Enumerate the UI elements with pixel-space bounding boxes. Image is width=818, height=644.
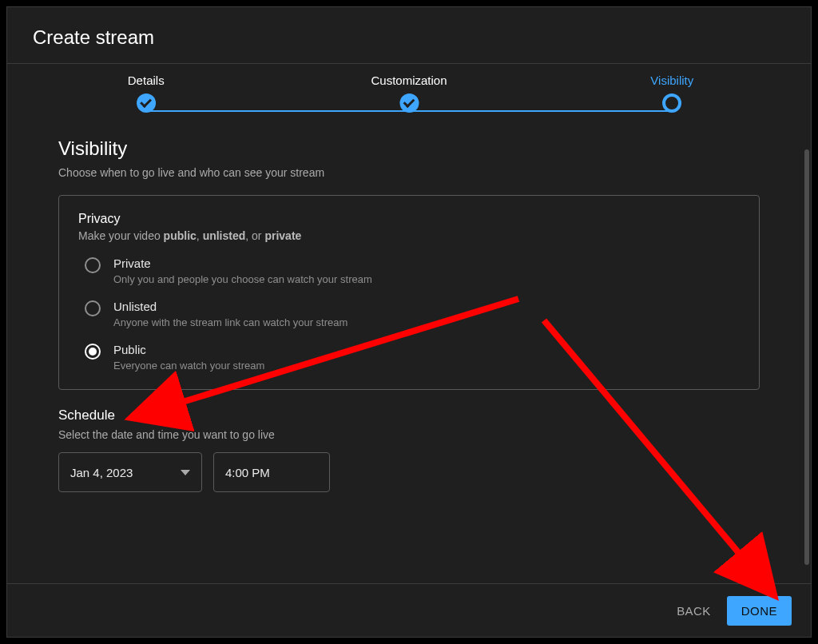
radio-icon [85,344,101,360]
schedule-subtitle: Select the date and time you want to go … [58,428,760,441]
radio-text: Private Only you and people you choose c… [113,256,372,285]
content-area: Visibility Choose when to go live and wh… [7,129,811,583]
section-subtitle: Choose when to go live and who can see y… [58,166,760,179]
radio-text: Unlisted Anyone with the stream link can… [113,300,347,328]
dialog-title: Create stream [33,26,785,49]
radio-label: Private [113,256,372,270]
text: , [197,229,203,242]
schedule-title: Schedule [58,407,760,423]
back-button[interactable]: BACK [677,604,710,618]
radio-desc: Anyone with the stream link can watch yo… [113,316,347,328]
schedule-time-value: 4:00 PM [225,466,270,479]
check-icon [137,93,156,113]
radio-desc: Everyone can watch your stream [113,360,264,372]
done-button[interactable]: DONE [727,596,792,626]
schedule-time-field[interactable]: 4:00 PM [213,452,330,492]
scrollbar-thumb[interactable] [804,149,809,565]
schedule-row: Jan 4, 2023 4:00 PM [58,452,760,492]
privacy-option-unlisted[interactable]: Unlisted Anyone with the stream link can… [85,300,740,328]
schedule-date-value: Jan 4, 2023 [70,466,133,479]
step-visibility[interactable]: Visibility [650,74,693,113]
text: public [164,229,197,242]
privacy-option-private[interactable]: Private Only you and people you choose c… [85,256,740,285]
current-step-icon [662,93,681,113]
radio-label: Unlisted [113,300,347,313]
chevron-down-icon [181,470,190,475]
privacy-option-public[interactable]: Public Everyone can watch your stream [85,343,740,372]
stepper: Details Customization Visibility [135,74,683,129]
step-customization[interactable]: Customization [371,74,447,113]
text: unlisted [203,229,246,242]
text: Make your video [78,229,164,242]
step-details[interactable]: Details [128,74,165,113]
step-label: Details [128,74,165,87]
privacy-subtitle: Make your video public, unlisted, or pri… [78,229,740,242]
check-icon [399,93,419,113]
step-label: Customization [371,74,447,87]
create-stream-dialog: Create stream Details Customization Visi… [6,6,812,638]
privacy-box: Privacy Make your video public, unlisted… [58,195,760,390]
radio-desc: Only you and people you choose can watch… [113,273,372,285]
text: private [264,229,301,242]
schedule-date-field[interactable]: Jan 4, 2023 [58,452,202,492]
radio-icon [85,300,101,316]
section-title: Visibility [58,137,760,160]
radio-icon [85,257,101,273]
dialog-header: Create stream [7,7,811,63]
scrollbar[interactable] [804,149,809,573]
text: , or [245,229,264,242]
radio-label: Public [113,343,264,356]
radio-text: Public Everyone can watch your stream [113,343,264,372]
step-label: Visibility [650,74,693,87]
dialog-footer: BACK DONE [7,583,811,637]
privacy-title: Privacy [78,212,740,226]
divider [7,63,811,64]
